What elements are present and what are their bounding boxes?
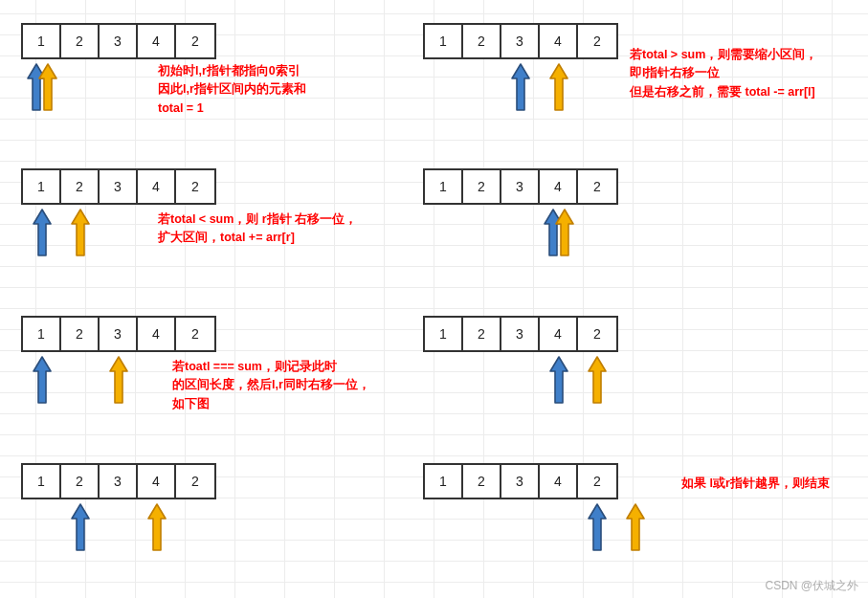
step-8: 12342 — [423, 463, 618, 557]
array-row: 12342 — [423, 463, 618, 499]
note-line: total = 1 — [158, 100, 306, 118]
array-cell: 4 — [540, 25, 578, 57]
array-cell: 4 — [138, 465, 176, 498]
array-cell: 3 — [501, 170, 540, 203]
step-2: 12342 — [423, 23, 618, 117]
array-cell: 2 — [463, 318, 501, 350]
array-cell: 4 — [540, 465, 578, 498]
step-7: 12342 — [21, 463, 216, 557]
pointer-arrows — [423, 499, 618, 557]
step-note: 若toatl === sum，则记录此时的区间长度，然后l,r同时右移一位，如下… — [172, 358, 370, 413]
array-cell: 1 — [23, 170, 61, 203]
array-cell: 1 — [23, 465, 61, 498]
note-line: 因此l,r指针区间内的元素和 — [158, 80, 306, 99]
r-pointer-arrow-icon — [38, 63, 57, 111]
array-cell: 1 — [425, 465, 463, 498]
array-cell: 3 — [100, 465, 138, 498]
step-note: 若total < sum，则 r指针 右移一位，扩大区间，total += ar… — [158, 210, 357, 248]
array-cell: 3 — [100, 318, 138, 350]
pointer-arrows — [423, 352, 618, 410]
array-cell: 2 — [578, 170, 616, 203]
array-cell: 2 — [578, 318, 616, 350]
array-cell: 2 — [61, 465, 100, 498]
array-cell: 1 — [425, 170, 463, 203]
array-cell: 4 — [540, 318, 578, 350]
note-line: 如果 l或r指针越界，则结束 — [681, 475, 830, 493]
l-pointer-arrow-icon — [511, 63, 530, 111]
note-line: 的区间长度，然后l,r同时右移一位， — [172, 376, 370, 394]
l-pointer-arrow-icon — [33, 356, 52, 404]
array-cell: 3 — [501, 318, 540, 350]
array-cell: 1 — [425, 25, 463, 57]
array-row: 12342 — [423, 23, 618, 59]
r-pointer-arrow-icon — [588, 356, 607, 404]
note-line: 即l指针右移一位 — [630, 64, 817, 82]
pointer-arrows — [423, 205, 618, 262]
array-cell: 2 — [463, 170, 501, 203]
pointer-arrows — [21, 499, 216, 557]
l-pointer-arrow-icon — [33, 209, 52, 256]
r-pointer-arrow-icon — [71, 209, 90, 256]
pointer-arrows — [423, 59, 618, 117]
array-row: 12342 — [423, 168, 618, 205]
array-cell: 3 — [501, 465, 540, 498]
array-cell: 2 — [61, 25, 100, 57]
note-line: 若total > sum，则需要缩小区间， — [630, 46, 817, 64]
r-pointer-arrow-icon — [147, 503, 167, 551]
r-pointer-arrow-icon — [626, 503, 645, 551]
array-row: 12342 — [21, 168, 216, 205]
l-pointer-arrow-icon — [588, 503, 607, 551]
array-row: 12342 — [21, 23, 216, 59]
l-pointer-arrow-icon — [71, 503, 90, 551]
r-pointer-arrow-icon — [555, 209, 574, 256]
array-cell: 1 — [425, 318, 463, 350]
array-cell: 3 — [501, 25, 540, 57]
array-cell: 4 — [138, 25, 176, 57]
array-row: 12342 — [21, 316, 216, 352]
array-cell: 1 — [23, 25, 61, 57]
array-cell: 4 — [540, 170, 578, 203]
array-cell: 2 — [578, 465, 616, 498]
step-6: 12342 — [423, 316, 618, 410]
r-pointer-arrow-icon — [109, 356, 128, 404]
array-cell: 2 — [176, 318, 214, 350]
step-note: 若total > sum，则需要缩小区间，即l指针右移一位但是右移之前，需要 t… — [630, 46, 817, 101]
step-note: 初始时l,r指针都指向0索引因此l,r指针区间内的元素和total = 1 — [158, 62, 306, 118]
l-pointer-arrow-icon — [549, 356, 568, 404]
array-row: 12342 — [423, 316, 618, 352]
array-cell: 2 — [176, 170, 214, 203]
array-cell: 2 — [176, 465, 214, 498]
array-cell: 2 — [463, 465, 501, 498]
note-line: 若toatl === sum，则记录此时 — [172, 358, 370, 376]
note-line: 如下图 — [172, 395, 370, 413]
step-4: 12342 — [423, 168, 618, 262]
note-line: 扩大区间，total += arr[r] — [158, 229, 357, 247]
array-cell: 2 — [176, 25, 214, 57]
array-cell: 4 — [138, 318, 176, 350]
array-cell: 2 — [61, 170, 100, 203]
array-cell: 2 — [578, 25, 616, 57]
array-cell: 4 — [138, 170, 176, 203]
step-note: 如果 l或r指针越界，则结束 — [681, 475, 830, 493]
r-pointer-arrow-icon — [549, 63, 568, 111]
array-cell: 2 — [61, 318, 100, 350]
note-line: 初始时l,r指针都指向0索引 — [158, 62, 306, 80]
note-line: 若total < sum，则 r指针 右移一位， — [158, 210, 357, 229]
array-cell: 3 — [100, 170, 138, 203]
array-cell: 2 — [463, 25, 501, 57]
watermark: CSDN @伏城之外 — [765, 578, 858, 594]
array-row: 12342 — [21, 463, 216, 499]
array-cell: 3 — [100, 25, 138, 57]
array-cell: 1 — [23, 318, 61, 350]
note-line: 但是右移之前，需要 total -= arr[l] — [630, 83, 817, 101]
